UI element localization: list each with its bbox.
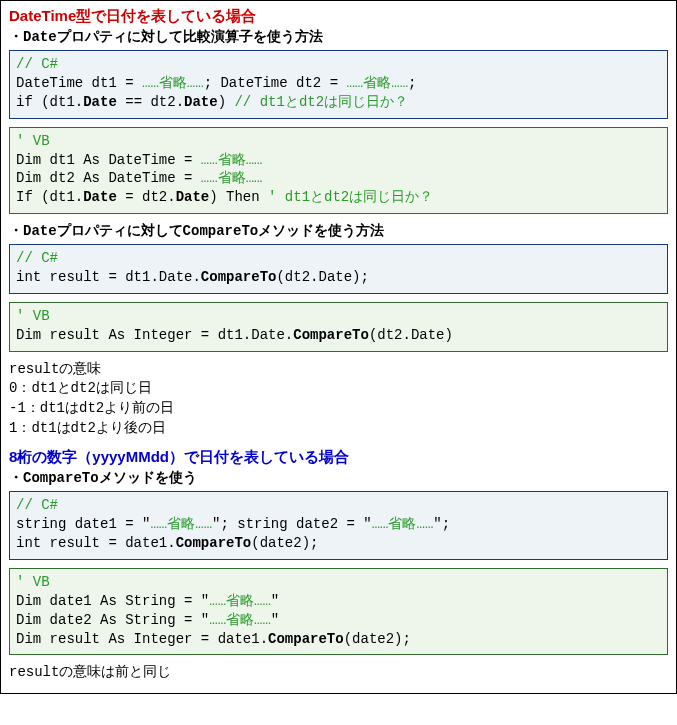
code-kw: CompareTo — [293, 327, 369, 343]
code-text: ; DateTime dt2 = — [204, 75, 347, 91]
code-text: == dt2. — [117, 94, 184, 110]
sub2-mid: プロパティに対して — [57, 222, 183, 238]
code-text: Dim result As Integer = dt1.Date. — [16, 327, 293, 343]
section2-title: 8桁の数字（yyyyMMdd）で日付を表している場合 — [9, 448, 668, 467]
code-comment: // C# — [16, 497, 58, 513]
code-comment: // C# — [16, 250, 58, 266]
code-text: Dim dt2 As DateTime = — [16, 170, 201, 186]
codebox-vb-1: ' VB Dim dt1 As DateTime = ……省略…… Dim dt… — [9, 127, 668, 215]
section1-title: DateTime型で日付を表している場合 — [9, 7, 668, 26]
code-comment: ' VB — [16, 574, 50, 590]
section1-sub2: ・Dateプロパティに対してCompareToメソッドを使う方法 — [9, 222, 668, 240]
code-kw: CompareTo — [176, 535, 252, 551]
bullet: ・ — [9, 28, 23, 44]
section1-sub1: ・Dateプロパティに対して比較演算子を使う方法 — [9, 28, 668, 46]
code-kw: Date — [83, 94, 117, 110]
code-text: Dim result As Integer = date1. — [16, 631, 268, 647]
code-text: ) Then — [209, 189, 268, 205]
codebox-vb-2: ' VB Dim result As Integer = dt1.Date.Co… — [9, 302, 668, 352]
code-omit: ……省略…… — [150, 516, 212, 532]
code-comment: // dt1とdt2は同じ日か？ — [234, 94, 408, 110]
code-text: If (dt1. — [16, 189, 83, 205]
mono-date: Date — [23, 29, 57, 45]
sub2-post: メソッドを使う方法 — [258, 222, 384, 238]
bullet: ・ — [9, 469, 23, 485]
code-comment: // C# — [16, 56, 58, 72]
code-omit: ……省略…… — [209, 612, 271, 628]
codebox-cs-3: // C# string date1 = "……省略……"; string da… — [9, 491, 668, 560]
code-text: DateTime dt1 = — [16, 75, 142, 91]
code-text: (date2); — [251, 535, 318, 551]
code-kw: CompareTo — [201, 269, 277, 285]
code-omit: ……省略…… — [346, 75, 408, 91]
code-kw: Date — [184, 94, 218, 110]
code-kw: CompareTo — [268, 631, 344, 647]
code-text: if (dt1. — [16, 94, 83, 110]
code-comment: ' VB — [16, 308, 50, 324]
code-text: Dim date1 As String = " — [16, 593, 209, 609]
code-kw: Date — [176, 189, 210, 205]
code-text: (date2); — [344, 631, 411, 647]
result-post: の意味は前と同じ — [59, 663, 171, 679]
codebox-cs-1: // C# DateTime dt1 = ……省略……; DateTime dt… — [9, 50, 668, 119]
code-text: (dt2.Date); — [276, 269, 368, 285]
mono-date: Date — [23, 223, 57, 239]
code-text: "; string date2 = " — [212, 516, 372, 532]
sub1-text: プロパティに対して比較演算子を使う方法 — [57, 28, 323, 44]
mono-compareto: CompareTo — [23, 470, 99, 486]
mono-compareto: CompareTo — [183, 223, 259, 239]
code-text: ; — [408, 75, 416, 91]
code-text: = dt2. — [117, 189, 176, 205]
code-text: int result = date1. — [16, 535, 176, 551]
page-container: DateTime型で日付を表している場合 ・Dateプロパティに対して比較演算子… — [0, 0, 677, 694]
section2-sub: ・CompareToメソッドを使う — [9, 469, 668, 487]
code-text: string date1 = " — [16, 516, 150, 532]
codebox-cs-2: // C# int result = dt1.Date.CompareTo(dt… — [9, 244, 668, 294]
code-omit: ……省略…… — [372, 516, 434, 532]
code-comment: ' dt1とdt2は同じ日か？ — [268, 189, 433, 205]
code-text: (dt2.Date) — [369, 327, 453, 343]
code-omit: ……省略…… — [201, 152, 263, 168]
result-meaning-2: resultの意味は前と同じ — [9, 663, 668, 681]
code-omit: ……省略…… — [142, 75, 204, 91]
code-omit: ……省略…… — [209, 593, 271, 609]
bullet: ・ — [9, 222, 23, 238]
code-comment: ' VB — [16, 133, 50, 149]
code-text: "; — [433, 516, 450, 532]
code-kw: Date — [83, 189, 117, 205]
code-text: " — [271, 593, 279, 609]
code-text: int result = dt1.Date. — [16, 269, 201, 285]
code-text: ) — [218, 94, 235, 110]
sub-post: メソッドを使う — [99, 469, 197, 485]
result-meaning-1: resultの意味 0：dt1とdt2は同じ日 -1：dt1はdt2より前の日 … — [9, 360, 668, 438]
mono-result: result — [9, 664, 59, 680]
code-text: Dim dt1 As DateTime = — [16, 152, 201, 168]
code-text: " — [271, 612, 279, 628]
code-omit: ……省略…… — [201, 170, 263, 186]
code-text: Dim date2 As String = " — [16, 612, 209, 628]
codebox-vb-3: ' VB Dim date1 As String = "……省略……" Dim … — [9, 568, 668, 656]
